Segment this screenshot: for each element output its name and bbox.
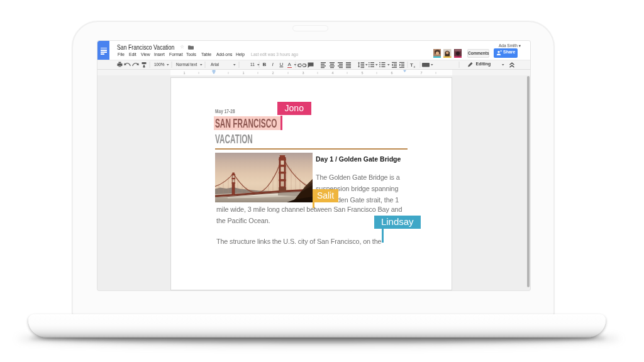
svg-text:6: 6 bbox=[391, 71, 392, 75]
svg-text:3: 3 bbox=[302, 71, 304, 75]
svg-text:T: T bbox=[410, 62, 413, 68]
svg-text:2: 2 bbox=[272, 71, 274, 75]
svg-text:4: 4 bbox=[331, 71, 333, 75]
svg-text:x: x bbox=[414, 65, 416, 69]
svg-text:1: 1 bbox=[183, 71, 185, 75]
svg-text:5: 5 bbox=[361, 71, 363, 75]
svg-text:1: 1 bbox=[242, 71, 244, 75]
svg-text:7: 7 bbox=[420, 71, 422, 75]
